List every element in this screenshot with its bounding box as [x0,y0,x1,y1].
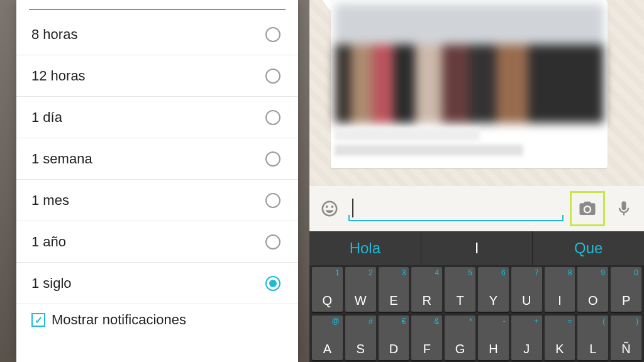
duration-option[interactable]: 1 año [16,221,298,263]
mic-icon[interactable] [611,196,636,221]
radio-icon [265,110,280,125]
radio-icon [265,69,280,84]
duration-option-label: 1 año [31,234,66,250]
key-main-label: F [411,342,442,356]
message-photo[interactable] [335,4,604,123]
mute-duration-dialog: 8 horas12 horas1 día1 semana1 mes1 año1 … [16,0,298,362]
key-main-label: S [345,342,376,356]
key-alt-label: € [402,317,406,326]
duration-option-label: 1 mes [31,192,69,209]
suggestion-left[interactable]: Hola [309,231,421,265]
key-alt-label: 8 [568,268,572,277]
key-alt-label: 7 [535,268,539,277]
key-alt-label: 4 [435,268,440,277]
key-row-1: 1Q2W3E4R5T6Y7U8I9O0P [309,265,644,314]
key-G[interactable]: *G [445,315,475,360]
input-underline [348,220,564,221]
message-caption-line [335,128,480,141]
duration-options-list: 8 horas12 horas1 día1 semana1 mes1 año1 … [16,14,298,304]
message-caption-line [335,145,523,156]
key-main-label: Ñ [611,342,641,356]
key-alt-label: @ [332,317,340,326]
radio-icon [265,234,280,250]
key-Y[interactable]: 6Y [478,267,509,312]
key-main-label: E [379,293,409,308]
key-S[interactable]: #S [345,315,376,360]
key-alt-label: + [535,317,539,326]
key-alt-label: 1 [335,268,340,277]
key-main-label: P [611,293,641,308]
duration-option[interactable]: 12 horas [16,55,298,97]
key-D[interactable]: €D [379,315,409,360]
key-alt-label: ) [636,317,638,326]
key-main-label: O [577,293,608,308]
key-main-label: G [445,342,475,356]
suggestion-bar: Hola I Que [309,231,644,265]
checkmark-icon: ✓ [35,314,43,326]
key-J[interactable]: +J [511,315,542,360]
key-main-label: R [411,293,442,308]
key-H[interactable]: -H [478,315,509,360]
key-W[interactable]: 2W [345,267,376,312]
key-alt-label: 5 [468,268,472,277]
radio-icon [265,151,280,167]
radio-icon [265,27,280,42]
soft-keyboard: Hola I Que 1Q2W3E4R5T6Y7U8I9O0P @A#S€D&F… [309,231,644,362]
radio-icon [265,276,280,291]
duration-option-label: 1 siglo [31,275,72,292]
show-notifications-label: Mostrar notificaciones [52,312,186,328]
key-L[interactable]: (L [577,315,608,360]
show-notifications-checkbox[interactable]: ✓ [31,313,45,327]
duration-option-label: 8 horas [31,26,77,43]
message-input[interactable] [348,194,564,224]
duration-option[interactable]: 1 semana [16,138,298,180]
duration-option-label: 1 semana [31,151,92,167]
camera-button-highlighted[interactable] [570,191,605,226]
key-alt-label: 6 [501,268,506,277]
key-alt-label: & [434,317,439,326]
key-A[interactable]: @A [312,315,343,360]
key-main-label: U [511,293,542,308]
key-main-label: I [545,293,575,308]
key-T[interactable]: 5T [445,267,475,312]
key-P[interactable]: 0P [611,267,641,312]
key-alt-label: * [469,317,472,326]
key-main-label: L [577,342,608,356]
key-Q[interactable]: 1Q [312,267,343,312]
emoji-icon[interactable] [317,196,342,221]
key-K[interactable]: =K [545,315,575,360]
key-alt-label: # [369,317,373,326]
incoming-image-message[interactable] [331,0,608,168]
duration-option[interactable]: 1 mes [16,180,298,221]
dialog-header-rule [29,0,286,10]
key-E[interactable]: 3E [379,267,409,312]
show-notifications-row[interactable]: ✓ Mostrar notificaciones [16,304,298,336]
key-main-label: J [511,342,542,356]
key-main-label: K [545,342,575,356]
duration-option[interactable]: 1 siglo [16,263,298,304]
key-alt-label: ( [602,317,605,326]
key-main-label: Y [478,293,509,308]
message-input-bar [309,186,644,231]
key-U[interactable]: 7U [511,267,542,312]
key-alt-label: 3 [402,268,406,277]
key-alt-label: - [503,317,506,326]
key-R[interactable]: 4R [411,267,442,312]
bubble-tail [322,0,331,11]
radio-icon [265,193,280,208]
key-F[interactable]: &F [411,315,442,360]
key-O[interactable]: 9O [577,267,608,312]
suggestion-mid[interactable]: I [421,231,533,265]
text-cursor [352,199,353,217]
key-Ñ[interactable]: )Ñ [611,315,641,360]
key-I[interactable]: 8I [545,267,575,312]
key-alt-label: 9 [601,268,605,277]
key-row-2: @A#S€D&F*G-H+J=K(L)Ñ [309,314,644,362]
key-alt-label: 2 [369,268,373,277]
duration-option-label: 12 horas [31,68,86,84]
key-main-label: Q [312,293,343,308]
duration-option[interactable]: 8 horas [16,14,298,55]
suggestion-right[interactable]: Que [533,231,644,265]
right-screenshot: Hola I Que 1Q2W3E4R5T6Y7U8I9O0P @A#S€D&F… [309,0,644,362]
duration-option[interactable]: 1 día [16,97,298,138]
